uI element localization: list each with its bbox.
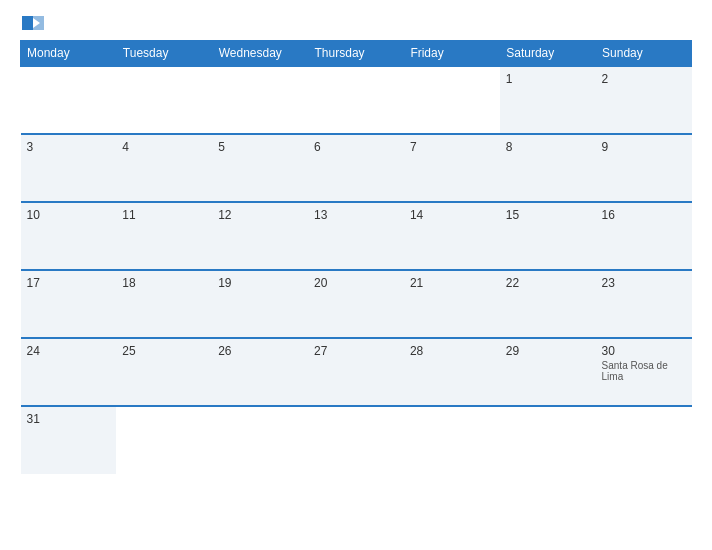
calendar-cell bbox=[212, 66, 308, 134]
day-number: 19 bbox=[218, 276, 302, 290]
calendar-cell: 17 bbox=[21, 270, 117, 338]
calendar-cell: 29 bbox=[500, 338, 596, 406]
svg-rect-0 bbox=[22, 16, 33, 30]
calendar-week-row: 10111213141516 bbox=[21, 202, 692, 270]
calendar-cell: 21 bbox=[404, 270, 500, 338]
calendar-cell bbox=[212, 406, 308, 474]
day-number: 4 bbox=[122, 140, 206, 154]
header bbox=[20, 16, 692, 30]
day-number: 17 bbox=[27, 276, 111, 290]
day-number: 16 bbox=[602, 208, 686, 222]
calendar-cell: 1 bbox=[500, 66, 596, 134]
day-number: 2 bbox=[602, 72, 686, 86]
calendar-cell bbox=[500, 406, 596, 474]
calendar-week-row: 12 bbox=[21, 66, 692, 134]
calendar-cell: 27 bbox=[308, 338, 404, 406]
calendar-cell bbox=[404, 66, 500, 134]
day-number: 7 bbox=[410, 140, 494, 154]
day-number: 15 bbox=[506, 208, 590, 222]
calendar-cell: 15 bbox=[500, 202, 596, 270]
calendar-cell bbox=[116, 66, 212, 134]
calendar-cell: 19 bbox=[212, 270, 308, 338]
calendar-cell: 6 bbox=[308, 134, 404, 202]
day-number: 3 bbox=[27, 140, 111, 154]
day-number: 6 bbox=[314, 140, 398, 154]
calendar-cell: 8 bbox=[500, 134, 596, 202]
day-number: 27 bbox=[314, 344, 398, 358]
day-number: 30 bbox=[602, 344, 686, 358]
day-number: 1 bbox=[506, 72, 590, 86]
day-event: Santa Rosa de Lima bbox=[602, 360, 686, 382]
calendar-cell: 14 bbox=[404, 202, 500, 270]
calendar-cell: 10 bbox=[21, 202, 117, 270]
calendar-cell: 16 bbox=[596, 202, 692, 270]
col-header-thursday: Thursday bbox=[308, 41, 404, 67]
calendar-cell bbox=[596, 406, 692, 474]
day-number: 24 bbox=[27, 344, 111, 358]
calendar-cell: 7 bbox=[404, 134, 500, 202]
calendar-cell: 18 bbox=[116, 270, 212, 338]
col-header-monday: Monday bbox=[21, 41, 117, 67]
day-number: 18 bbox=[122, 276, 206, 290]
col-header-saturday: Saturday bbox=[500, 41, 596, 67]
calendar-cell: 31 bbox=[21, 406, 117, 474]
day-number: 9 bbox=[602, 140, 686, 154]
calendar-cell bbox=[404, 406, 500, 474]
calendar-cell bbox=[21, 66, 117, 134]
logo-flag-icon bbox=[22, 16, 44, 30]
day-number: 14 bbox=[410, 208, 494, 222]
calendar-header-row: MondayTuesdayWednesdayThursdayFridaySatu… bbox=[21, 41, 692, 67]
calendar-cell: 2 bbox=[596, 66, 692, 134]
day-number: 11 bbox=[122, 208, 206, 222]
calendar-cell bbox=[308, 406, 404, 474]
logo bbox=[20, 16, 44, 30]
calendar-week-row: 3456789 bbox=[21, 134, 692, 202]
calendar-page: MondayTuesdayWednesdayThursdayFridaySatu… bbox=[0, 0, 712, 550]
calendar-body: 1234567891011121314151617181920212223242… bbox=[21, 66, 692, 474]
col-header-wednesday: Wednesday bbox=[212, 41, 308, 67]
calendar-cell: 20 bbox=[308, 270, 404, 338]
calendar-cell: 13 bbox=[308, 202, 404, 270]
calendar-week-row: 17181920212223 bbox=[21, 270, 692, 338]
calendar-table: MondayTuesdayWednesdayThursdayFridaySatu… bbox=[20, 40, 692, 474]
calendar-cell: 23 bbox=[596, 270, 692, 338]
calendar-cell: 3 bbox=[21, 134, 117, 202]
day-number: 26 bbox=[218, 344, 302, 358]
calendar-cell: 25 bbox=[116, 338, 212, 406]
day-number: 22 bbox=[506, 276, 590, 290]
calendar-week-row: 24252627282930Santa Rosa de Lima bbox=[21, 338, 692, 406]
calendar-cell: 4 bbox=[116, 134, 212, 202]
day-number: 5 bbox=[218, 140, 302, 154]
calendar-cell: 22 bbox=[500, 270, 596, 338]
day-number: 8 bbox=[506, 140, 590, 154]
calendar-cell: 5 bbox=[212, 134, 308, 202]
calendar-week-row: 31 bbox=[21, 406, 692, 474]
calendar-cell: 24 bbox=[21, 338, 117, 406]
col-header-tuesday: Tuesday bbox=[116, 41, 212, 67]
calendar-cell: 30Santa Rosa de Lima bbox=[596, 338, 692, 406]
calendar-cell: 12 bbox=[212, 202, 308, 270]
day-number: 25 bbox=[122, 344, 206, 358]
calendar-cell: 11 bbox=[116, 202, 212, 270]
col-header-sunday: Sunday bbox=[596, 41, 692, 67]
day-number: 23 bbox=[602, 276, 686, 290]
day-number: 20 bbox=[314, 276, 398, 290]
calendar-cell: 26 bbox=[212, 338, 308, 406]
col-header-friday: Friday bbox=[404, 41, 500, 67]
day-number: 29 bbox=[506, 344, 590, 358]
calendar-cell: 28 bbox=[404, 338, 500, 406]
calendar-cell: 9 bbox=[596, 134, 692, 202]
calendar-cell bbox=[308, 66, 404, 134]
calendar-cell bbox=[116, 406, 212, 474]
day-number: 13 bbox=[314, 208, 398, 222]
day-number: 28 bbox=[410, 344, 494, 358]
day-number: 21 bbox=[410, 276, 494, 290]
day-number: 10 bbox=[27, 208, 111, 222]
day-number: 12 bbox=[218, 208, 302, 222]
day-number: 31 bbox=[27, 412, 111, 426]
